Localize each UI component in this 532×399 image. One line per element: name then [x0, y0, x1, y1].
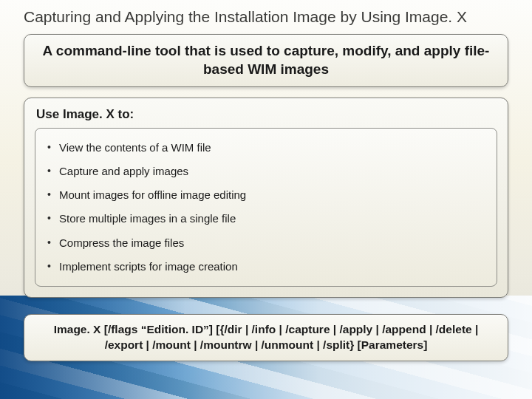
- list-item: Implement scripts for image creation: [46, 255, 486, 279]
- list-item: View the contents of a WIM file: [46, 136, 486, 160]
- list-item: Compress the image files: [46, 231, 486, 255]
- syntax-card: Image. X [/flags “Edition. ID”] [{/dir |…: [24, 314, 508, 361]
- use-heading: Use Image. X to:: [36, 107, 497, 122]
- bullet-list: View the contents of a WIM file Capture …: [46, 136, 486, 279]
- intro-card: A command-line tool that is used to capt…: [24, 34, 508, 86]
- list-item: Mount images for offline image editing: [46, 183, 486, 207]
- list-item: Store multiple images in a single file: [46, 207, 486, 231]
- list-item: Capture and apply images: [46, 160, 486, 183]
- slide-title: Capturing and Applying the Installation …: [24, 7, 508, 27]
- use-section: Use Image. X to: View the contents of a …: [24, 98, 508, 299]
- slide-content: Capturing and Applying the Installation …: [0, 0, 532, 361]
- bullet-list-card: View the contents of a WIM file Capture …: [35, 128, 497, 287]
